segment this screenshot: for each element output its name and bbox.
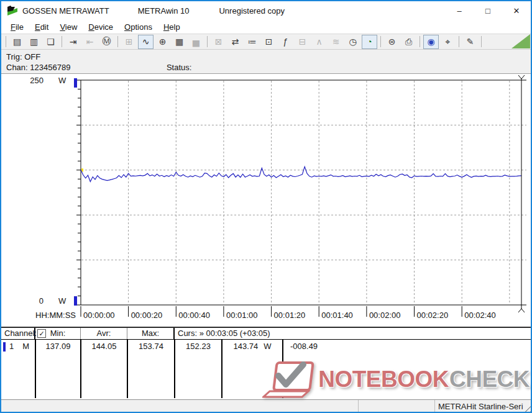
acquisition-status-panel: Trig: OFF Chan: 123456789 Status: Browsi… bbox=[1, 50, 531, 74]
channel-settings-icon[interactable]: ≔ bbox=[244, 35, 260, 49]
comment-icon[interactable]: ✎ bbox=[462, 35, 478, 49]
x-tick-label: 00:01:20 bbox=[274, 311, 306, 320]
toolbar-separator bbox=[207, 36, 208, 47]
close-button[interactable]: ✕ bbox=[502, 1, 531, 20]
menu-options[interactable]: Options bbox=[119, 21, 158, 33]
cursor-crosshair-icon[interactable]: ⊕ bbox=[155, 35, 170, 49]
y-axis-unit-top: W bbox=[58, 76, 66, 85]
zoom-curve-icon[interactable]: ◉ bbox=[423, 35, 439, 49]
cursor2-value: 143.74W bbox=[222, 340, 283, 353]
statusbar-panel-2 bbox=[359, 400, 435, 413]
channel-visible-checkbox[interactable]: ✓ bbox=[37, 329, 46, 338]
data-table-icon[interactable]: ▦ bbox=[172, 35, 187, 49]
print-icon[interactable]: ⎙ bbox=[401, 35, 416, 49]
title-app-name: GOSSEN METRAWATT bbox=[22, 6, 109, 16]
app-window: GOSSEN METRAWATT METRAwin 10 Unregistere… bbox=[0, 0, 532, 413]
header-min: ✓ Min: bbox=[35, 328, 81, 339]
stopwatch-icon[interactable]: ◔ bbox=[362, 35, 377, 49]
maximize-button[interactable]: □ bbox=[474, 1, 502, 20]
watermark-check-text: CHECK bbox=[449, 366, 530, 393]
x-tick-label: 00:02:20 bbox=[417, 311, 449, 320]
export-data-icon[interactable]: ⊠ bbox=[211, 35, 226, 49]
connected-device-name: METRAHit Starline-Seri bbox=[438, 402, 523, 411]
device-panel-icon[interactable]: ⊟ bbox=[295, 35, 310, 49]
statistics-header-row: Channel: ✓ Min: Avr: Max: Curs: » 00:03:… bbox=[1, 328, 531, 340]
header-channel: Channel: bbox=[1, 328, 35, 339]
chart-canvas[interactable] bbox=[1, 74, 531, 327]
x-axis-format-label: HH:MM:SS bbox=[35, 311, 76, 320]
toolbar-corner-triangle bbox=[511, 34, 530, 48]
toolbar-separator bbox=[481, 36, 482, 47]
watermark-notebook-text: NOTEBOOK bbox=[318, 366, 449, 393]
print-preview-icon[interactable]: ⊜ bbox=[384, 35, 400, 49]
channel-scale-marker-bottom bbox=[74, 296, 77, 306]
wave-single-icon[interactable]: ∧ bbox=[311, 35, 327, 49]
max-value: 153.74 bbox=[127, 340, 175, 353]
statusbar-panel-1 bbox=[1, 400, 359, 413]
header-cursor: Curs: » 00:03:05 (+03:05) bbox=[175, 328, 531, 339]
delta-value: -008.49 bbox=[283, 340, 531, 353]
channel-cell: 1 M bbox=[1, 340, 35, 353]
read-device-icon[interactable]: ⇄ bbox=[227, 35, 243, 49]
channel-mode: M bbox=[22, 340, 29, 353]
open-file-icon[interactable]: ❏ bbox=[43, 35, 58, 49]
y-axis-max-label: 250 bbox=[20, 76, 44, 85]
channel-scale-marker-top bbox=[74, 78, 77, 88]
statusbar-device-panel: METRAHit Starline-Seri bbox=[435, 400, 531, 413]
wave-dense-icon[interactable]: ≋ bbox=[328, 35, 344, 49]
menu-device[interactable]: Device bbox=[83, 21, 119, 33]
statistics-body: 1 M 137.09 144.05 153.74 152.23 143.74W … bbox=[1, 340, 531, 398]
toolbar: ▤▥❏⇥⇤Ⓜ⊞∿⊕▦▅⊠⇄≔⊡ƒ⊟∧≋◷◔⊜⎙◉⌖✎ bbox=[1, 34, 531, 50]
channel-statistics-panel: Channel: ✓ Min: Avr: Max: Curs: » 00:03:… bbox=[1, 327, 531, 399]
min-value: 137.09 bbox=[35, 340, 81, 353]
y-axis-min-label: 0 bbox=[20, 296, 44, 306]
title-product-name: METRAwin 10 bbox=[138, 6, 190, 16]
channel-list: Chan: 123456789 bbox=[6, 62, 149, 73]
notebookcheck-laptop-icon bbox=[262, 361, 316, 398]
save-data-icon[interactable]: ▤ bbox=[9, 35, 25, 49]
device-disconnect-icon[interactable]: ⇤ bbox=[82, 35, 98, 49]
device-memory-icon[interactable]: Ⓜ bbox=[99, 35, 114, 49]
zoom-pointer-icon[interactable]: ⌖ bbox=[440, 35, 456, 49]
x-tick-label: 00:01:00 bbox=[226, 311, 258, 320]
channel-number: 1 bbox=[9, 340, 14, 353]
x-tick-label: 00:01:40 bbox=[321, 311, 353, 320]
avr-value: 144.05 bbox=[81, 340, 127, 353]
header-max: Max: bbox=[127, 328, 175, 339]
live-monitor-icon[interactable]: ⊡ bbox=[261, 35, 277, 49]
toolbar-separator bbox=[420, 36, 420, 47]
minimize-button[interactable]: – bbox=[445, 1, 474, 20]
toolbar-separator bbox=[117, 36, 118, 47]
x-tick-label: 00:00:20 bbox=[131, 311, 163, 320]
notebookcheck-watermark: NOTEBOOK CHECK bbox=[262, 361, 530, 398]
x-tick-label: 00:00:00 bbox=[83, 311, 115, 320]
status-label: Status: bbox=[167, 63, 191, 72]
title-license-status: Unregistered copy bbox=[219, 6, 285, 16]
x-tick-label: 00:02:00 bbox=[369, 311, 401, 320]
chart-panel: 250 W 0 W HH:MM:SS 00:00:0000:00:2000:00… bbox=[1, 74, 531, 327]
numeric-display-icon[interactable]: ⊞ bbox=[121, 35, 137, 49]
menu-view[interactable]: View bbox=[54, 21, 83, 33]
formula-icon[interactable]: ƒ bbox=[278, 35, 293, 49]
y-axis-unit-bottom: W bbox=[58, 296, 66, 306]
curve-chart-icon[interactable]: ∿ bbox=[138, 35, 154, 49]
toolbar-separator bbox=[459, 36, 459, 47]
menu-edit[interactable]: Edit bbox=[29, 21, 54, 33]
resize-grip[interactable] bbox=[522, 404, 531, 413]
menu-file[interactable]: File bbox=[5, 21, 29, 33]
trigger-status: Trig: OFF bbox=[6, 52, 149, 62]
unit-label: W bbox=[264, 342, 271, 351]
header-avr: Avr: bbox=[81, 328, 127, 339]
time-clock-icon[interactable]: ◷ bbox=[345, 35, 360, 49]
title-bar: GOSSEN METRAWATT METRAwin 10 Unregistere… bbox=[1, 1, 531, 20]
toolbar-separator bbox=[380, 36, 381, 47]
app-logo-icon bbox=[7, 6, 18, 16]
x-tick-label: 00:02:40 bbox=[464, 311, 496, 320]
save-setup-icon[interactable]: ▥ bbox=[26, 35, 42, 49]
menu-help[interactable]: Help bbox=[158, 21, 186, 33]
menu-bar: File Edit View Device Options Help bbox=[1, 20, 531, 34]
status-bar: METRAHit Starline-Seri bbox=[1, 399, 531, 413]
device-connect-icon[interactable]: ⇥ bbox=[65, 35, 81, 49]
histogram-icon[interactable]: ▅ bbox=[188, 35, 204, 49]
toolbar-separator bbox=[6, 36, 6, 47]
